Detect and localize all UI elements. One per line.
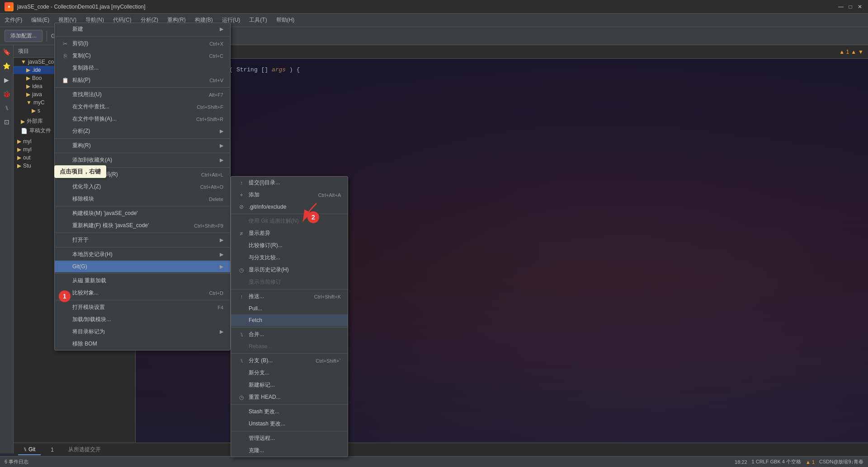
cm-git-resethead-icon: ◷ (238, 394, 245, 401)
cm-git-newbranch[interactable]: 新分支... (231, 367, 348, 379)
cm-new-icon (61, 26, 69, 33)
cm-rebuildmodule[interactable]: 重新构建(F) 模块 'javaSE_code' Ctrl+Shift+F9 (55, 219, 230, 232)
warning-arrow-down[interactable]: ▼ (858, 49, 863, 55)
cm-git-unstash[interactable]: Unstash 更改... (231, 418, 348, 430)
warning-arrow-up[interactable]: ▲ (851, 49, 856, 55)
cm-git-push-shortcut: Ctrl+Shift+K (314, 294, 341, 299)
minimize-button[interactable]: — (837, 3, 844, 10)
folder-icon: ▶ (17, 138, 21, 145)
cm-git-comparerevisions[interactable]: 比较修订(R)... (231, 239, 348, 252)
cm-git-comparebranch[interactable]: 与分支比较... (231, 252, 348, 264)
cm-git[interactable]: Git(G) ▶ (55, 261, 230, 272)
cm-analyze-label: 分析(Z) (72, 127, 90, 135)
cm-paste[interactable]: 📋 粘贴(P) Ctrl+V (55, 74, 230, 86)
menu-edit[interactable]: 编辑(E) (27, 14, 54, 27)
cm-optimizeimports[interactable]: 优化导入(Z) Ctrl+Alt+O (55, 181, 230, 193)
cm-git-branches[interactable]: ⑊ 分支 (B)... Ctrl+Shift+` (231, 355, 348, 367)
cm-localhistory[interactable]: 本地历史记录(H) ▶ (55, 248, 230, 261)
cm-optimizeimports-shortcut: Ctrl+Alt+O (200, 184, 223, 190)
cm-findusages[interactable]: 查找用法(U) Alt+F7 (55, 89, 230, 101)
add-config-button[interactable]: 添加配置... (5, 30, 42, 42)
cm-markdiras[interactable]: 将目录标记为 ▶ (55, 326, 230, 338)
cm-removebom-label: 移除 BOM (72, 340, 97, 348)
cm-git-showhistory-icon: ◷ (238, 266, 245, 274)
sidebar-favorites-icon[interactable]: ⭐ (1, 60, 13, 72)
cm-git-branches-shortcut: Ctrl+Shift+` (316, 358, 341, 364)
tooltip-annotation-1: 点击项目，右键 (54, 165, 106, 178)
cm-copy-shortcut: Ctrl+C (209, 53, 223, 59)
warning-indicator: ▲ 1 ▲ ▼ (839, 49, 863, 55)
cm-git-stash[interactable]: Stash 更改... (231, 406, 348, 418)
cm-git-pull[interactable]: Pull... (231, 303, 348, 314)
cm-removemodule[interactable]: 移除模块 Delete (55, 193, 230, 205)
cm-loadunloadmodule[interactable]: 加载/卸载模块... (55, 313, 230, 326)
cm-git-clone[interactable]: 克隆... (231, 444, 348, 457)
cm-git-comparerevisions-icon (238, 242, 245, 249)
menu-help[interactable]: 帮助(H) (272, 14, 299, 27)
cm-modulesettings[interactable]: 打开模块设置 F4 (55, 301, 230, 313)
cm-copy[interactable]: ⎘ 复制(C) Ctrl+C (55, 50, 230, 62)
file-icon: 📄 (21, 128, 28, 134)
cm-git-comparebranch-label: 与分支比较... (249, 254, 280, 262)
cm-reloadfromdisk[interactable]: 从磁 重新加载 (55, 275, 230, 287)
cm-new[interactable]: 新建 ▶ (55, 23, 230, 35)
menu-file[interactable]: 文件(F) (0, 14, 27, 27)
cm-git-showdiff[interactable]: ≠ 显示差异 (231, 227, 348, 239)
cm-rebuildmodule-shortcut: Ctrl+Shift+F9 (194, 223, 223, 229)
maximize-button[interactable]: □ (847, 3, 854, 10)
cm-git-fetch-label: Fetch (249, 317, 262, 323)
cm-refactor-arrow: ▶ (220, 143, 223, 149)
tree-item-label: myl (23, 138, 32, 145)
cm-openin[interactable]: 打开于 ▶ (55, 234, 230, 246)
cm-git-commit[interactable]: ↑ 提交(I)目录... (231, 177, 348, 189)
cm-addfavorites-icon (61, 157, 69, 164)
cm-git-sep-5 (231, 404, 348, 405)
cm-git-resethead[interactable]: ◷ 重置 HEAD... (231, 391, 348, 403)
cm-git-manageremotes-icon (238, 435, 245, 442)
code-line-4 (145, 93, 859, 100)
sidebar-git-icon[interactable]: ⑊ (1, 102, 13, 114)
cm-copypath[interactable]: 复制路径... (55, 62, 230, 74)
cm-cut[interactable]: ✂ 剪切(I) Ctrl+X (55, 37, 230, 50)
sidebar: 📁 ≡ 🔖 ⭐ ▶ 🐞 ⑊ ⊡ (0, 14, 14, 453)
cm-git-fetch[interactable]: Fetch (231, 314, 348, 326)
sidebar-run-icon[interactable]: ▶ (1, 74, 13, 86)
cm-findusages-label: 查找用法(U) (72, 91, 102, 98)
cm-analyze[interactable]: 分析(Z) ▶ (55, 125, 230, 137)
bottom-tab-1-label: 1 (51, 447, 54, 453)
cm-openin-label: 打开于 (72, 236, 89, 244)
sidebar-bookmarks-icon[interactable]: 🔖 (1, 46, 13, 58)
cm-git-showhistory[interactable]: ◷ 显示历史记录(H) (231, 264, 348, 276)
cm-findinfiles[interactable]: 在文件中查找... Ctrl+Shift+F (55, 101, 230, 113)
cm-git-newtag[interactable]: 新建标记... (231, 379, 348, 391)
cm-replaceinfiles[interactable]: 在文件中替换(A)... Ctrl+Shift+R (55, 113, 230, 125)
status-warning: ▲ 1 (806, 459, 815, 465)
cm-findusages-icon (61, 91, 69, 98)
circle-2-label: 2 (311, 214, 315, 221)
cm-refactor[interactable]: 重构(R) ▶ (55, 140, 230, 152)
sidebar-debug-icon[interactable]: 🐞 (1, 88, 13, 100)
cm-git-sep-4 (231, 353, 348, 354)
tree-item-label: idea (32, 83, 42, 89)
cm-copypath-label: 复制路径... (72, 64, 99, 72)
cm-reloadfromdisk-icon (61, 277, 69, 285)
cm-removemodule-icon (61, 196, 69, 203)
bottom-tab-git[interactable]: ⑊ Git (18, 444, 41, 455)
cm-git-stash-label: Stash 更改... (249, 408, 279, 416)
cm-findinfiles-label: 在文件中查找... (72, 103, 109, 111)
sidebar-terminal-icon[interactable]: ⊡ (1, 116, 13, 128)
menu-tools[interactable]: 工具(T) (245, 14, 271, 27)
cm-addfavorites-arrow: ▶ (220, 157, 223, 163)
cm-compare[interactable]: 比较对象... Ctrl+D (55, 287, 230, 299)
cm-removebom[interactable]: 移除 BOM (55, 338, 230, 350)
cm-localhistory-arrow: ▶ (220, 252, 223, 257)
cm-addfavorites[interactable]: 添加到收藏夹(A) ▶ (55, 154, 230, 166)
tree-item-label: .ide (32, 67, 41, 73)
cm-git-push[interactable]: ↑ 推送... Ctrl+Shift+K (231, 290, 348, 303)
bottom-tab-1[interactable]: 1 (45, 445, 59, 455)
cm-buildmodule[interactable]: 构建模块(M) 'javaSE_code' (55, 207, 230, 219)
cm-git-merge[interactable]: ⑊ 合并... (231, 328, 348, 341)
cm-git-manageremotes[interactable]: 管理远程... (231, 432, 348, 444)
cm-refactor-label: 重构(R) (72, 142, 91, 149)
close-button[interactable]: ✕ (856, 3, 863, 10)
